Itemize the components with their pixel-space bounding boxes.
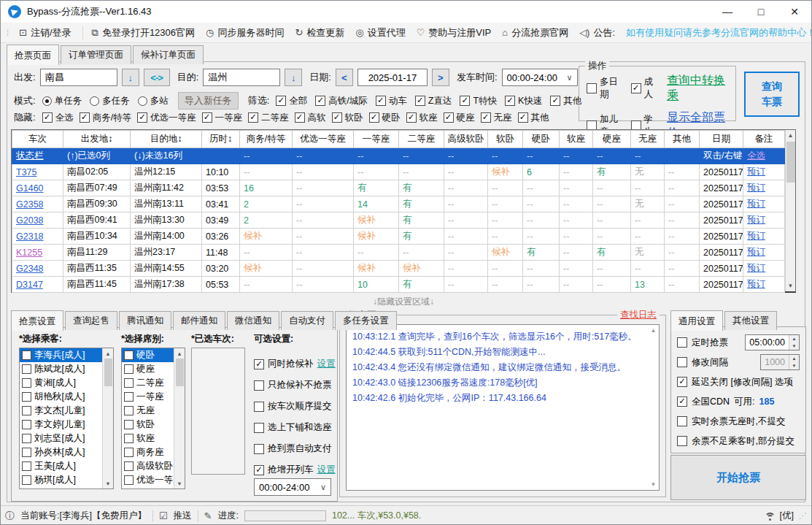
tab-邮件通知[interactable]: 邮件通知 (173, 311, 225, 330)
checkbox[interactable]: ✓ (254, 359, 264, 369)
checkbox[interactable]: ✓ (460, 96, 470, 106)
passenger-item[interactable]: 李海兵[成人] (20, 348, 102, 362)
train-number-link[interactable]: D3147 (16, 280, 43, 290)
scroll-thumb[interactable] (104, 359, 112, 386)
checkbox[interactable]: ✓ (137, 112, 147, 123)
filter-check[interactable]: ✓动车 (376, 95, 407, 107)
hide-check[interactable]: ✓软座 (406, 112, 438, 124)
table-row[interactable]: G2038南昌西09:41温州南13:3003:492--候补有--------… (12, 212, 785, 229)
depart-dropdown-button[interactable]: ↓ (122, 69, 139, 86)
filter-check[interactable]: ✓其他 (550, 95, 581, 107)
dest-input[interactable] (203, 69, 280, 86)
checkbox[interactable] (22, 434, 31, 443)
depart-input[interactable] (40, 69, 117, 86)
checkbox[interactable] (124, 406, 134, 415)
hide-check[interactable]: ✓优选一等座 (137, 112, 196, 124)
column-header[interactable]: 历时↕ (202, 131, 240, 148)
filter-check[interactable]: ✓高铁/城际 (315, 95, 367, 107)
grab-time-select[interactable]: 00:00-24:00 ∨ (254, 478, 331, 496)
checkbox[interactable]: ✓ (42, 112, 53, 123)
table-row[interactable]: G2318南昌西10:34温州南14:0003:26候补--候补有-------… (12, 229, 785, 245)
scroll-down-icon[interactable]: ▼ (103, 478, 113, 488)
table-row[interactable]: T375南昌02:05温州12:1510:10----------候补6--有无… (12, 164, 785, 180)
tab-自动支付[interactable]: 自动支付 (281, 311, 333, 330)
maximize-button[interactable]: □ (744, 1, 778, 23)
option-settings-link[interactable]: 设置 (317, 464, 336, 476)
minimize-button[interactable]: — (711, 1, 744, 23)
passenger-item[interactable]: 刘志坚[成人] (20, 432, 102, 445)
menu-item-3[interactable]: ◷同步服务器时间 (206, 26, 284, 39)
hidden-settings-separator[interactable]: ↓隐藏设置区域↓ (11, 294, 796, 309)
column-header[interactable]: 软座 (560, 131, 593, 148)
passenger-item[interactable]: 李文婷[儿童] (20, 418, 102, 432)
seat-type-item[interactable]: 优选一等座 (122, 473, 174, 487)
checkbox[interactable] (254, 402, 264, 412)
date-next-button[interactable]: > (432, 69, 449, 86)
hide-check[interactable]: ✓硬座 (444, 112, 475, 124)
checkbox[interactable]: ✓ (254, 465, 264, 475)
mode-radio-多任务[interactable]: 多任务 (90, 95, 130, 107)
checkbox[interactable]: ✓ (80, 112, 90, 123)
tab-多任务设置[interactable]: 多任务设置 (335, 311, 397, 330)
checkbox[interactable] (124, 364, 134, 374)
seat-type-item[interactable]: 二等座 (122, 376, 174, 390)
passenger-list-scrollbar[interactable]: ▲ ▼ (102, 348, 113, 488)
mode-radio-单任务[interactable]: 单任务 (42, 95, 82, 107)
status-bar-link[interactable]: 状态栏 (16, 150, 44, 161)
tab-通用设置[interactable]: 通用设置 (670, 310, 723, 331)
checkbox[interactable] (124, 392, 134, 402)
seat-type-item[interactable]: 一等座 (122, 390, 174, 404)
table-row[interactable]: D3147南昌西11:45温州南17:3805:53----10有-------… (12, 277, 785, 293)
column-header[interactable]: 一等座 (354, 131, 399, 148)
hide-check[interactable]: ✓一等座 (202, 112, 243, 124)
checkbox[interactable]: ✓ (677, 396, 687, 407)
filter-check[interactable]: ✓K快速 (505, 95, 542, 107)
date-prev-button[interactable]: < (336, 69, 353, 86)
radio-button[interactable] (138, 96, 147, 106)
book-link[interactable]: 预订 (747, 263, 765, 273)
tab-微信通知[interactable]: 微信通知 (227, 311, 279, 330)
resize-grip[interactable]: ⋰ (799, 511, 807, 521)
tab-查询起售[interactable]: 查询起售 (65, 311, 117, 330)
option-抢到票自动支付[interactable]: 抢到票自动支付 (254, 442, 332, 455)
passenger-item[interactable]: 陈斌龙[成人] (20, 362, 102, 376)
chosen-trains-box[interactable] (191, 348, 245, 475)
book-link[interactable]: 预订 (747, 183, 765, 193)
checkbox[interactable]: ✓ (376, 96, 386, 106)
menu-item-1[interactable]: ⊡注销/登录 (19, 26, 71, 39)
seat-type-item[interactable]: 软座 (122, 432, 174, 445)
book-link[interactable]: 预订 (747, 247, 765, 257)
close-button[interactable]: ✕ (778, 1, 811, 23)
filter-check[interactable]: ✓全部 (276, 95, 307, 107)
scroll-up-icon[interactable]: ▲ (103, 348, 113, 359)
column-header[interactable]: 出发地↕ (63, 131, 131, 148)
column-header[interactable]: 无座 (631, 131, 665, 148)
spin-down-icon[interactable]: ▼ (789, 362, 799, 369)
checkbox[interactable] (124, 420, 134, 429)
option-settings-link[interactable]: 设置 (317, 358, 336, 370)
menu-item-7[interactable]: ⌂分流抢票官网 (502, 26, 568, 39)
column-header[interactable]: 日期 (700, 131, 743, 148)
checkbox[interactable]: ✓ (550, 96, 560, 106)
checkbox[interactable] (22, 364, 31, 374)
filter-check[interactable]: ✓T特快 (460, 95, 497, 107)
hide-check[interactable]: ✓无座 (481, 112, 512, 124)
seat-type-item[interactable]: 高级软卧 (122, 459, 174, 473)
checkbox[interactable] (22, 448, 31, 457)
checkbox[interactable] (677, 416, 687, 426)
checkbox[interactable] (254, 444, 264, 454)
option-只抢候补不抢票[interactable]: 只抢候补不抢票 (254, 379, 332, 391)
scroll-thumb[interactable] (786, 142, 795, 183)
hide-check[interactable]: ✓全选 (42, 112, 74, 124)
spinner[interactable]: 1000▲▼ (760, 354, 800, 370)
spin-up-icon[interactable]: ▲ (789, 355, 799, 362)
hide-check[interactable]: ✓高软 (295, 112, 326, 124)
column-header[interactable]: 车次 (12, 131, 63, 148)
checkbox[interactable] (22, 475, 31, 485)
checkbox[interactable]: ✓ (677, 377, 687, 387)
checkbox[interactable]: ✓ (481, 112, 491, 123)
checkbox[interactable]: ✓ (248, 112, 258, 123)
hide-check[interactable]: ✓二等座 (248, 112, 289, 124)
seat-type-item[interactable]: 无座 (122, 404, 174, 418)
column-header[interactable]: 软卧 (488, 131, 523, 148)
